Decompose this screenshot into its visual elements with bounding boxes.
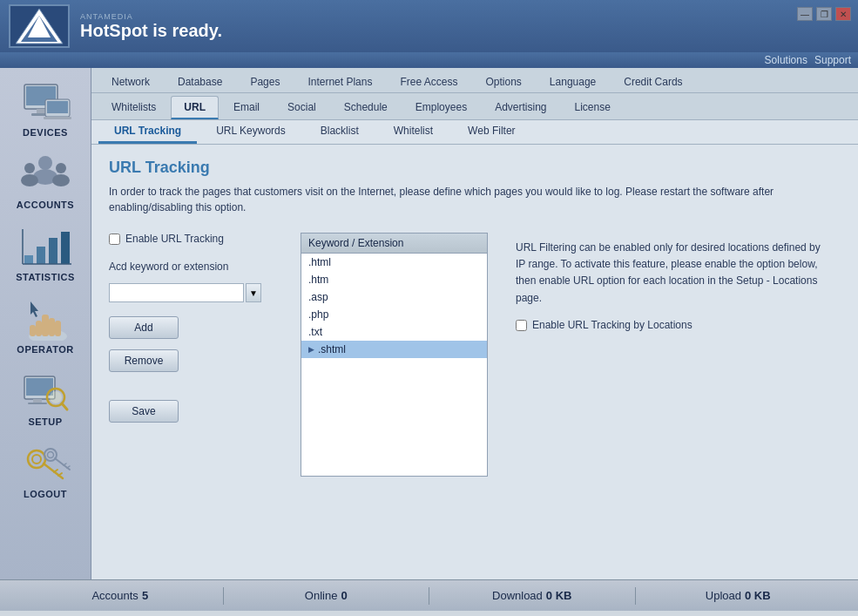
tab-credit-cards[interactable]: Credit Cards [611,71,695,92]
subtab-url-tracking[interactable]: URL Tracking [98,120,197,144]
download-status-label: Download [492,589,543,602]
sidebar-item-statistics[interactable]: STATISTICS [4,217,87,288]
svg-rect-23 [42,315,49,336]
download-status: Download 0 KB [429,589,635,602]
setup-label: SETUP [28,416,62,427]
logout-icon [17,439,74,487]
minimize-button[interactable]: — [797,7,813,21]
accounts-label: ACCOUNTS [17,200,74,210]
tab-network[interactable]: Network [98,71,163,92]
statistics-label: STATISTICS [16,272,75,282]
svg-line-40 [58,473,62,476]
solutions-link[interactable]: Solutions [765,54,807,66]
svg-line-35 [62,403,67,410]
brand-name: ANTAMEDIA [80,12,222,21]
svg-rect-19 [61,232,70,264]
statistics-icon [17,222,74,270]
svg-rect-17 [37,247,45,264]
enable-locations-checkbox[interactable] [516,320,527,331]
page-description: In order to track the pages that custome… [109,184,806,215]
tab-whitelists[interactable]: Whitelists [98,96,169,119]
accounts-status: Accounts 5 [17,589,223,602]
list-item[interactable]: .txt [301,323,487,341]
list-item-arrow: ▶ [308,345,314,354]
tab-pages[interactable]: Pages [237,71,293,92]
tab-language[interactable]: Language [537,71,609,92]
page-title: URL Tracking [109,159,841,177]
sidebar-item-logout[interactable]: LOGOUT [4,434,87,504]
list-item[interactable]: ▶ .shtml [301,341,487,358]
enable-tracking-checkbox[interactable] [109,234,120,245]
svg-point-10 [38,156,52,170]
svg-point-42 [47,451,53,457]
operator-icon [17,294,74,342]
upload-status: Upload 0 KB [636,589,841,602]
keyword-list-header: Keyword / Extension [301,234,487,254]
svg-point-34 [50,391,62,403]
svg-point-14 [56,163,66,173]
menu-row-1: Network Database Pages Internet Plans Fr… [91,68,858,93]
tab-database[interactable]: Database [165,71,235,92]
keyword-list: Keyword / Extension .html .htm .asp .php… [301,233,488,477]
app-logo [9,4,70,48]
left-panel: Enable URL Tracking Acd keyword or exten… [109,233,283,423]
svg-line-45 [67,466,70,468]
svg-rect-5 [37,109,45,113]
svg-rect-9 [44,117,71,119]
svg-marker-28 [30,301,38,317]
tab-internet-plans[interactable]: Internet Plans [294,71,385,92]
sidebar-item-setup[interactable]: SETUP [4,362,87,432]
status-bar: Accounts 5 Online 0 Download 0 KB Upload… [0,579,858,611]
tab-email[interactable]: Email [220,96,273,119]
subtab-blacklist[interactable]: Blacklist [305,120,375,144]
tab-schedule[interactable]: Schedule [331,96,401,119]
sidebar-item-accounts[interactable]: ACCOUNTS [4,145,87,215]
keyword-input[interactable] [109,283,244,302]
accounts-status-label: Accounts [91,589,138,602]
setup-icon [17,367,74,415]
online-status: Online 0 [224,589,429,602]
subtab-url-keywords[interactable]: URL Keywords [200,120,301,144]
svg-point-15 [52,174,70,186]
tab-advertising[interactable]: Advertising [482,96,559,119]
svg-point-37 [32,455,41,464]
upload-status-value: 0 KB [745,589,771,602]
app-title: HotSpot is ready. [80,21,222,41]
tab-free-access[interactable]: Free Access [387,71,470,92]
subtab-whitelist[interactable]: Whitelist [378,120,449,144]
tab-license[interactable]: License [562,96,624,119]
enable-locations-row: Enable URL Tracking by Locations [516,317,830,334]
restore-button[interactable]: ❐ [816,7,832,21]
upload-status-label: Upload [706,589,741,602]
remove-button[interactable]: Remove [109,349,179,372]
subtab-web-filter[interactable]: Web Filter [452,120,530,144]
keyword-input-row: ▼ [109,283,283,302]
list-item[interactable]: .htm [301,271,487,288]
devices-label: DEVICES [23,127,68,138]
top-navigation: Solutions Support [0,52,858,68]
add-button[interactable]: Add [109,316,179,339]
list-item[interactable]: .asp [301,288,487,306]
location-info-text: URL Filtering can be enabled only for de… [516,240,830,307]
tab-url[interactable]: URL [171,96,219,119]
window-controls: — ❐ ✕ [797,7,851,21]
svg-rect-16 [24,255,33,264]
sub-tabs: URL Tracking URL Keywords Blacklist Whit… [91,120,858,145]
add-field-label: Acd keyword or extension [109,261,283,273]
tab-employees[interactable]: Employees [402,96,480,119]
support-link[interactable]: Support [814,54,851,66]
save-button[interactable]: Save [109,400,179,423]
dropdown-arrow-button[interactable]: ▼ [246,283,261,302]
sidebar-item-operator[interactable]: OPERATOR [4,289,87,360]
list-item[interactable]: .php [301,306,487,323]
accounts-icon [17,150,74,198]
right-panel: URL Filtering can be enabled only for de… [505,233,841,349]
svg-rect-26 [36,321,42,336]
sidebar-item-devices[interactable]: DEVICES [4,72,87,143]
list-item[interactable]: .html [301,254,487,271]
tab-options[interactable]: Options [473,71,535,92]
content-area: Network Database Pages Internet Plans Fr… [91,68,858,579]
close-button[interactable]: ✕ [835,7,851,21]
tab-social[interactable]: Social [274,96,329,119]
sidebar: DEVICES ACCOUNTS [0,68,91,579]
